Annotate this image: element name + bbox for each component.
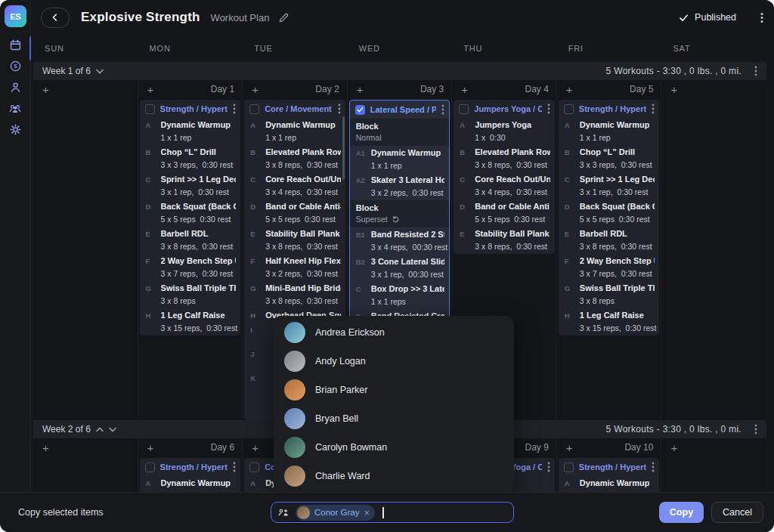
add-workout-icon[interactable]: + — [252, 84, 259, 95]
workout-checkbox[interactable] — [564, 462, 574, 472]
exercise-letter: E — [460, 229, 475, 252]
workout-card[interactable]: Strength / Hypertro...ADynamic Warmup1 x… — [559, 458, 660, 493]
exercise-details: 3 x 4 reps, 0:30 rest — [475, 187, 550, 197]
week-summary: 5 Workouts - 3:30 , 0 lbs. , 0 mi. — [606, 66, 741, 76]
athlete-option[interactable]: Bryan Bell — [274, 404, 514, 433]
exercise-row: CBox Drop >> 3 Lateral H...1 x 1 reps — [350, 282, 450, 309]
card-scrollbar[interactable] — [342, 116, 345, 180]
workout-kebab-icon[interactable] — [441, 104, 444, 115]
exercise-details: 1 x 1 rep — [161, 133, 231, 143]
athlete-option[interactable]: Brian Parker — [274, 376, 514, 404]
chevron-down-icon[interactable] — [96, 69, 104, 74]
exercise-letter: B — [565, 147, 580, 170]
tag-name: Conor Gray — [314, 508, 359, 517]
add-workout-icon[interactable]: + — [147, 442, 154, 453]
exercise-name: Chop “L” Drill — [161, 147, 234, 157]
day-cell — [33, 456, 138, 493]
exercise-name: Swiss Ball Triple Threat — [580, 283, 655, 293]
add-workout-icon[interactable]: + — [566, 442, 573, 453]
workout-kebab-icon[interactable] — [233, 462, 236, 472]
exercise-body: Jumpers Yoga1 x 0:30 — [475, 120, 531, 143]
workout-card-header: Jumpers Yoga / Core — [454, 100, 555, 118]
sidebar-item-billing[interactable]: $ — [5, 59, 26, 73]
exercise-letter: C — [146, 175, 161, 197]
add-workout-icon[interactable]: + — [42, 442, 49, 453]
workout-kebab-icon[interactable] — [547, 462, 550, 472]
week-kebab-icon[interactable] — [754, 424, 757, 435]
add-workout-icon[interactable]: + — [670, 84, 677, 95]
workout-kebab-icon[interactable] — [652, 104, 655, 114]
cancel-button[interactable]: Cancel — [711, 502, 763, 523]
sidebar-item-settings[interactable] — [5, 122, 26, 136]
workout-kebab-icon[interactable] — [338, 104, 341, 114]
workout-card[interactable]: Jumpers Yoga / CoreAJumpers Yoga1 x 0:30… — [454, 100, 555, 254]
exercise-row: B1Band Resisted 2 Step Late...3 x 4 reps… — [350, 227, 450, 255]
edit-title-icon[interactable] — [278, 12, 289, 23]
dow-cell: THU — [452, 35, 557, 62]
workout-card[interactable]: Strength / Hypertro...ADynamic Warmup1 x… — [140, 100, 241, 336]
workout-card[interactable]: Strength / Hypertro...ADynamic Warmup1 x… — [140, 458, 241, 493]
add-workout-icon[interactable]: + — [670, 442, 677, 453]
exercise-row: GSwiss Ball Triple Threat3 x 8 reps — [559, 281, 660, 308]
add-workout-icon[interactable]: + — [566, 84, 573, 95]
exercise-letter: A — [146, 120, 161, 143]
athlete-option[interactable]: Carolyn Bowman — [274, 433, 514, 462]
exercise-letter: C — [250, 175, 265, 197]
header-kebab-icon[interactable] — [760, 12, 763, 23]
add-workout-icon[interactable]: + — [461, 84, 468, 95]
exercise-letter: C — [460, 175, 475, 197]
sidebar-item-calendar[interactable] — [5, 38, 26, 51]
chevron-down-icon[interactable] — [109, 427, 116, 432]
workout-kebab-icon[interactable] — [547, 104, 550, 114]
exercise-letter: B — [250, 147, 265, 170]
exercise-name: Barbell RDL — [580, 229, 652, 239]
footer-message: Copy selected items — [18, 507, 104, 518]
workout-checkbox[interactable] — [249, 104, 259, 114]
copy-button[interactable]: Copy — [659, 502, 704, 523]
week-kebab-icon[interactable] — [754, 66, 757, 76]
exercise-body: Elevated Plank Row3 x 8 reps, 0:30 rest — [475, 147, 550, 170]
back-button[interactable] — [41, 8, 70, 28]
workout-kebab-icon[interactable] — [233, 104, 236, 114]
exercise-details: 1 x 1 reps — [371, 297, 445, 307]
athlete-option[interactable]: Charlie Ward — [274, 462, 514, 490]
exercise-letter: A — [565, 120, 580, 143]
exercise-letter: D — [146, 202, 161, 224]
workout-checkbox[interactable] — [145, 104, 155, 114]
workout-card[interactable]: Strength / Hypertro...ADynamic Warmup1 x… — [559, 100, 660, 336]
sidebar-item-teams[interactable] — [5, 101, 26, 115]
workout-checkbox[interactable] — [459, 104, 469, 114]
exercise-name: Core Reach Out/Under — [475, 175, 550, 184]
exercise-details: 5 x 5 reps 0:30 rest — [161, 215, 237, 224]
workout-kebab-icon[interactable] — [652, 462, 655, 472]
workout-checkbox[interactable] — [564, 104, 574, 114]
day-label: Day 3 — [420, 84, 444, 94]
add-workout-icon[interactable]: + — [252, 442, 259, 453]
remove-tag-icon[interactable]: × — [364, 508, 370, 518]
exercise-name: Back Squat (Back Off Set) — [161, 202, 237, 212]
chevron-up-icon[interactable] — [96, 427, 104, 432]
add-workout-icon[interactable]: + — [357, 84, 364, 95]
exercise-body: Back Squat (Back Off Set)5 x 5 reps 0:30… — [580, 202, 655, 224]
workout-checkbox[interactable] — [145, 462, 155, 472]
workout-checkbox[interactable] — [355, 105, 365, 115]
avatar — [284, 466, 305, 487]
day-cell: Strength / Hypertro...ADynamic Warmup1 x… — [138, 98, 243, 422]
athlete-option[interactable]: Andy Logan — [274, 347, 514, 376]
dow-cell: SAT — [661, 35, 766, 62]
dow-cell: MON — [138, 35, 243, 62]
athlete-search-input[interactable]: Conor Gray × — [271, 502, 514, 523]
text-caret — [382, 507, 384, 518]
athlete-option[interactable]: Andrea Erickson — [274, 318, 514, 347]
app-logo[interactable]: ES — [5, 5, 26, 27]
add-workout-icon[interactable]: + — [147, 84, 154, 95]
exercise-body: Stability Ball Plank Linear ...3 x 8 rep… — [265, 229, 341, 252]
workout-checkbox[interactable] — [249, 462, 259, 472]
exercise-letter: C — [565, 175, 580, 197]
exercise-name: Stability Ball Plank Linear ... — [265, 229, 341, 239]
dow-label: MON — [150, 44, 171, 53]
exercise-name: Dynamic Warmup — [580, 120, 650, 130]
sidebar-item-athlete[interactable] — [5, 80, 26, 94]
exercise-letter: A2 — [356, 175, 371, 198]
add-workout-icon[interactable]: + — [42, 84, 49, 95]
